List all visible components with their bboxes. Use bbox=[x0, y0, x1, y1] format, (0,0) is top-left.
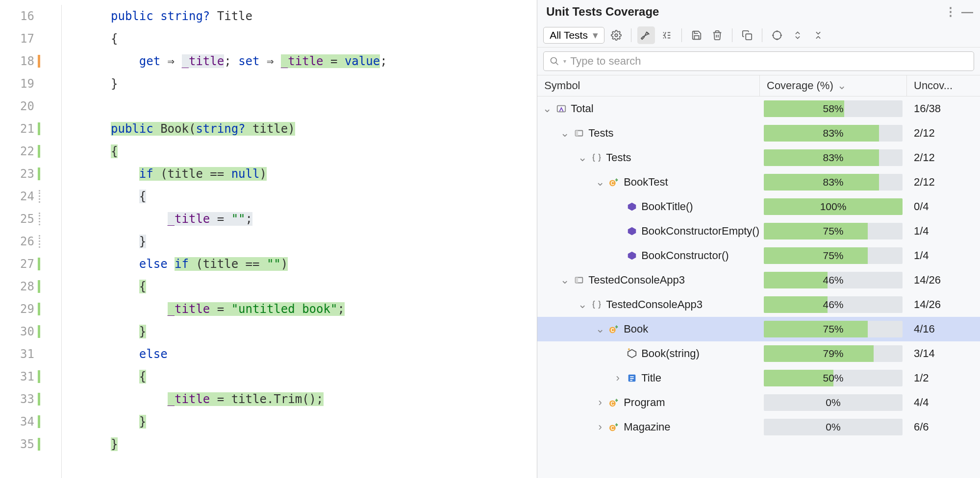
svg-marker-16 bbox=[628, 252, 636, 260]
coverage-mark bbox=[39, 190, 40, 203]
class-icon: C bbox=[608, 324, 621, 335]
coverage-row-symbol: ›Title bbox=[537, 372, 759, 384]
scope-dropdown[interactable]: All Tests ▾ bbox=[543, 27, 604, 44]
line-number: 31 bbox=[0, 343, 34, 365]
line-number: 27 bbox=[0, 253, 34, 275]
coverage-bar: 46% bbox=[764, 296, 903, 313]
coverage-uncovered: 1/2 bbox=[906, 372, 980, 384]
line-number: 28 bbox=[0, 275, 34, 298]
coverage-row[interactable]: ›CProgram0%4/4 bbox=[537, 390, 980, 415]
coverage-row[interactable]: ⌄Total58%16/38 bbox=[537, 96, 980, 121]
tree-chevron-icon[interactable]: › bbox=[595, 396, 605, 409]
coverage-uncovered: 4/4 bbox=[906, 396, 980, 409]
search-box[interactable]: ▾ bbox=[543, 51, 974, 71]
toggle-view-icon[interactable] bbox=[658, 26, 676, 44]
scope-dropdown-label: All Tests bbox=[550, 29, 588, 41]
line-number: 24 bbox=[0, 185, 34, 208]
tree-chevron-icon[interactable]: › bbox=[595, 421, 605, 433]
coverage-row-label: Book bbox=[624, 323, 648, 335]
coverage-row[interactable]: ⌄TestedConsoleApp346%14/26 bbox=[537, 292, 980, 317]
coverage-row-symbol: *Book(string) bbox=[537, 347, 759, 360]
column-header-uncovered[interactable]: Uncov... bbox=[906, 75, 980, 96]
coverage-row-label: BookConstructor() bbox=[641, 249, 729, 262]
tree-chevron-icon[interactable]: ⌄ bbox=[578, 298, 587, 311]
coverage-bar-text: 75% bbox=[764, 247, 903, 264]
coverage-row[interactable]: ›CMagazine0%6/6 bbox=[537, 415, 980, 439]
tree-chevron-icon[interactable]: ⌄ bbox=[560, 127, 570, 140]
tree-chevron-icon[interactable]: ⌄ bbox=[542, 102, 552, 115]
gear-icon[interactable] bbox=[607, 26, 625, 44]
coverage-row[interactable]: BookConstructorEmpty()75%1/4 bbox=[537, 219, 980, 243]
property-icon bbox=[626, 373, 638, 383]
coverage-row[interactable]: ›Title50%1/2 bbox=[537, 366, 980, 390]
coverage-row-label: BookConstructorEmpty() bbox=[641, 225, 759, 238]
project-icon bbox=[573, 128, 585, 139]
coverage-row[interactable]: ⌄Tests83%2/12 bbox=[537, 121, 980, 145]
toolbar-separator bbox=[732, 28, 732, 42]
coverage-bar: 79% bbox=[764, 345, 903, 362]
svg-rect-18 bbox=[576, 278, 578, 283]
coverage-row[interactable]: ⌄CBookTest83%2/12 bbox=[537, 170, 980, 194]
coverage-row[interactable]: *Book(string)79%3/14 bbox=[537, 341, 980, 366]
namespace-icon bbox=[590, 152, 603, 163]
more-icon[interactable]: ⋮ bbox=[945, 5, 956, 19]
coverage-row[interactable]: ⌄TestedConsoleApp346%14/26 bbox=[537, 268, 980, 292]
coverage-row-symbol: ⌄Tests bbox=[537, 127, 759, 140]
svg-rect-1 bbox=[746, 34, 752, 40]
coverage-bar-text: 100% bbox=[764, 198, 903, 215]
line-number: 19 bbox=[0, 72, 34, 95]
coverage-row[interactable]: ⌄Tests83%2/12 bbox=[537, 145, 980, 170]
line-number: 18 bbox=[0, 50, 34, 72]
coverage-panel: Unit Tests Coverage ⋮ — All Tests ▾ bbox=[537, 0, 980, 478]
coverage-row[interactable]: ⌄CBook75%4/16 bbox=[537, 317, 980, 341]
svg-rect-26 bbox=[630, 380, 632, 381]
coverage-bar-cell: 46% bbox=[759, 294, 906, 315]
svg-rect-25 bbox=[630, 378, 633, 379]
code-area[interactable]: public string? Title { get ⇒ _title; set… bbox=[111, 5, 387, 478]
column-header-symbol[interactable]: Symbol bbox=[537, 75, 759, 96]
coverage-mark bbox=[39, 235, 40, 248]
tree-chevron-icon[interactable]: ⌄ bbox=[578, 151, 587, 164]
coverage-bar-text: 50% bbox=[764, 370, 903, 386]
coverage-bar-text: 75% bbox=[764, 321, 903, 337]
coverage-tree[interactable]: ⌄Total58%16/38⌄Tests83%2/12⌄Tests83%2/12… bbox=[537, 96, 980, 439]
editor-divider bbox=[61, 5, 62, 478]
project-icon bbox=[573, 275, 585, 286]
coverage-bar-cell: 79% bbox=[759, 343, 906, 364]
search-input[interactable] bbox=[570, 55, 968, 68]
target-icon[interactable] bbox=[768, 26, 786, 44]
column-header-coverage[interactable]: Coverage (%) ⌄ bbox=[759, 75, 906, 96]
svg-point-7 bbox=[551, 58, 557, 64]
coverage-mark bbox=[38, 438, 40, 451]
collapse-all-icon[interactable] bbox=[809, 26, 827, 44]
coverage-table-header: Symbol Coverage (%) ⌄ Uncov... bbox=[537, 75, 980, 96]
tree-chevron-icon[interactable]: ⌄ bbox=[560, 274, 570, 287]
copy-icon[interactable] bbox=[738, 26, 756, 44]
coverage-mark bbox=[38, 393, 40, 406]
tree-chevron-icon[interactable]: › bbox=[613, 372, 623, 384]
class-icon: C bbox=[608, 422, 621, 432]
coverage-uncovered: 14/26 bbox=[906, 274, 980, 287]
tree-chevron-icon[interactable]: ⌄ bbox=[595, 323, 605, 335]
coverage-row-symbol: BookConstructorEmpty() bbox=[537, 225, 759, 238]
coverage-bar: 100% bbox=[764, 198, 903, 215]
coverage-bar-text: 79% bbox=[764, 345, 903, 362]
coverage-bar-text: 58% bbox=[764, 100, 903, 117]
coverage-row[interactable]: BookTitle()100%0/4 bbox=[537, 194, 980, 219]
coverage-bar-text: 83% bbox=[764, 149, 903, 166]
delete-icon[interactable] bbox=[708, 26, 726, 44]
highlight-code-icon[interactable] bbox=[637, 26, 655, 44]
svg-text:C: C bbox=[611, 426, 614, 431]
line-number: 31 bbox=[0, 365, 34, 388]
coverage-row[interactable]: BookConstructor()75%1/4 bbox=[537, 243, 980, 268]
save-icon[interactable] bbox=[688, 26, 705, 44]
expand-collapse-icon[interactable] bbox=[789, 26, 806, 44]
coverage-mark bbox=[38, 303, 40, 315]
minimize-icon[interactable]: — bbox=[961, 5, 973, 19]
coverage-toolbar: All Tests ▾ bbox=[537, 24, 980, 48]
coverage-bar-cell: 83% bbox=[759, 172, 906, 192]
toolbar-separator bbox=[681, 28, 682, 42]
line-number: 20 bbox=[0, 95, 34, 118]
tree-chevron-icon[interactable]: ⌄ bbox=[595, 176, 605, 189]
coverage-row-label: Program bbox=[624, 396, 665, 409]
